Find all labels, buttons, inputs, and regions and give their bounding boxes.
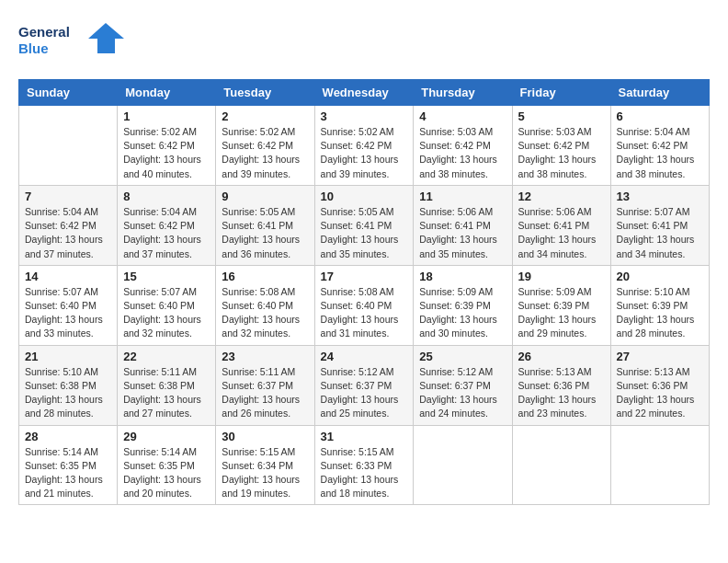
day-info: Sunrise: 5:02 AMSunset: 6:42 PMDaylight:… [123,125,210,181]
day-number: 13 [617,190,703,203]
day-info: Sunrise: 5:06 AMSunset: 6:41 PMDaylight:… [419,205,506,261]
calendar-cell: 31Sunrise: 5:15 AMSunset: 6:33 PMDayligh… [314,425,414,505]
calendar-cell [19,106,118,186]
day-of-week-header: Tuesday [216,80,314,106]
calendar-cell: 22Sunrise: 5:11 AMSunset: 6:38 PMDayligh… [118,345,216,425]
calendar-header-row: SundayMondayTuesdayWednesdayThursdayFrid… [19,80,710,106]
day-number: 31 [321,430,408,443]
day-number: 22 [123,350,210,363]
calendar-cell: 24Sunrise: 5:12 AMSunset: 6:37 PMDayligh… [314,345,414,425]
calendar-cell: 14Sunrise: 5:07 AMSunset: 6:40 PMDayligh… [19,265,118,345]
day-of-week-header: Saturday [610,80,709,106]
calendar-cell: 4Sunrise: 5:03 AMSunset: 6:42 PMDaylight… [414,106,512,186]
day-number: 19 [518,270,605,283]
calendar-cell: 28Sunrise: 5:14 AMSunset: 6:35 PMDayligh… [19,425,118,505]
day-number: 21 [25,350,111,363]
day-number: 29 [123,430,210,443]
day-number: 30 [222,430,308,443]
day-info: Sunrise: 5:03 AMSunset: 6:42 PMDaylight:… [419,125,506,181]
day-info: Sunrise: 5:04 AMSunset: 6:42 PMDaylight:… [123,205,210,261]
calendar-cell: 8Sunrise: 5:04 AMSunset: 6:42 PMDaylight… [118,185,216,265]
page-header: General Blue [18,18,710,64]
calendar-cell: 29Sunrise: 5:14 AMSunset: 6:35 PMDayligh… [118,425,216,505]
day-number: 2 [222,109,308,123]
calendar-cell [610,425,709,505]
calendar-cell: 18Sunrise: 5:09 AMSunset: 6:39 PMDayligh… [414,265,512,345]
day-number: 15 [123,270,210,283]
day-info: Sunrise: 5:10 AMSunset: 6:39 PMDaylight:… [617,285,703,341]
day-number: 9 [222,190,308,203]
day-number: 5 [518,109,605,123]
day-number: 25 [419,350,506,363]
calendar-cell: 15Sunrise: 5:07 AMSunset: 6:40 PMDayligh… [118,265,216,345]
day-info: Sunrise: 5:08 AMSunset: 6:40 PMDaylight:… [222,285,308,341]
day-info: Sunrise: 5:12 AMSunset: 6:37 PMDaylight:… [321,365,408,421]
calendar-cell: 10Sunrise: 5:05 AMSunset: 6:41 PMDayligh… [314,185,414,265]
calendar-cell: 12Sunrise: 5:06 AMSunset: 6:41 PMDayligh… [512,185,610,265]
day-info: Sunrise: 5:05 AMSunset: 6:41 PMDaylight:… [222,205,308,261]
day-of-week-header: Wednesday [314,80,414,106]
calendar-cell: 6Sunrise: 5:04 AMSunset: 6:42 PMDaylight… [610,106,709,186]
day-number: 6 [617,109,703,123]
calendar-cell: 27Sunrise: 5:13 AMSunset: 6:36 PMDayligh… [610,345,709,425]
day-info: Sunrise: 5:11 AMSunset: 6:38 PMDaylight:… [123,365,210,421]
day-info: Sunrise: 5:09 AMSunset: 6:39 PMDaylight:… [419,285,506,341]
day-info: Sunrise: 5:12 AMSunset: 6:37 PMDaylight:… [419,365,506,421]
day-number: 26 [518,350,605,363]
calendar-cell: 17Sunrise: 5:08 AMSunset: 6:40 PMDayligh… [314,265,414,345]
day-number: 14 [25,270,111,283]
day-number: 24 [321,350,408,363]
calendar-cell: 11Sunrise: 5:06 AMSunset: 6:41 PMDayligh… [414,185,512,265]
logo: General Blue [18,18,129,64]
day-of-week-header: Monday [118,80,216,106]
calendar-week-row: 21Sunrise: 5:10 AMSunset: 6:38 PMDayligh… [19,345,710,425]
day-number: 4 [419,109,506,123]
calendar-cell: 9Sunrise: 5:05 AMSunset: 6:41 PMDaylight… [216,185,314,265]
day-number: 11 [419,190,506,203]
day-info: Sunrise: 5:05 AMSunset: 6:41 PMDaylight:… [321,205,408,261]
calendar-cell: 21Sunrise: 5:10 AMSunset: 6:38 PMDayligh… [19,345,118,425]
day-info: Sunrise: 5:04 AMSunset: 6:42 PMDaylight:… [25,205,111,261]
day-number: 16 [222,270,308,283]
day-info: Sunrise: 5:07 AMSunset: 6:41 PMDaylight:… [617,205,703,261]
day-number: 7 [25,190,111,203]
day-info: Sunrise: 5:07 AMSunset: 6:40 PMDaylight:… [25,285,111,341]
day-info: Sunrise: 5:10 AMSunset: 6:38 PMDaylight:… [25,365,111,421]
calendar-cell: 2Sunrise: 5:02 AMSunset: 6:42 PMDaylight… [216,106,314,186]
calendar-cell: 13Sunrise: 5:07 AMSunset: 6:41 PMDayligh… [610,185,709,265]
day-info: Sunrise: 5:15 AMSunset: 6:33 PMDaylight:… [321,445,408,501]
calendar-cell: 30Sunrise: 5:15 AMSunset: 6:34 PMDayligh… [216,425,314,505]
day-info: Sunrise: 5:13 AMSunset: 6:36 PMDaylight:… [617,365,703,421]
svg-marker-2 [88,23,124,53]
day-number: 20 [617,270,703,283]
calendar-cell: 26Sunrise: 5:13 AMSunset: 6:36 PMDayligh… [512,345,610,425]
day-number: 28 [25,430,111,443]
calendar-table: SundayMondayTuesdayWednesdayThursdayFrid… [18,79,710,505]
day-number: 10 [321,190,408,203]
day-number: 8 [123,190,210,203]
day-info: Sunrise: 5:08 AMSunset: 6:40 PMDaylight:… [321,285,408,341]
day-number: 23 [222,350,308,363]
day-info: Sunrise: 5:09 AMSunset: 6:39 PMDaylight:… [518,285,605,341]
calendar-cell: 19Sunrise: 5:09 AMSunset: 6:39 PMDayligh… [512,265,610,345]
day-info: Sunrise: 5:02 AMSunset: 6:42 PMDaylight:… [321,125,408,181]
svg-text:Blue: Blue [18,40,49,56]
day-info: Sunrise: 5:14 AMSunset: 6:35 PMDaylight:… [123,445,210,501]
day-number: 12 [518,190,605,203]
logo-svg: General Blue [18,18,129,64]
day-number: 17 [321,270,408,283]
svg-text:General: General [18,24,70,40]
calendar-week-row: 28Sunrise: 5:14 AMSunset: 6:35 PMDayligh… [19,425,710,505]
day-of-week-header: Sunday [19,80,118,106]
day-info: Sunrise: 5:14 AMSunset: 6:35 PMDaylight:… [25,445,111,501]
day-info: Sunrise: 5:04 AMSunset: 6:42 PMDaylight:… [617,125,703,181]
calendar-cell [414,425,512,505]
calendar-cell: 16Sunrise: 5:08 AMSunset: 6:40 PMDayligh… [216,265,314,345]
day-number: 27 [617,350,703,363]
day-info: Sunrise: 5:03 AMSunset: 6:42 PMDaylight:… [518,125,605,181]
calendar-cell: 7Sunrise: 5:04 AMSunset: 6:42 PMDaylight… [19,185,118,265]
day-number: 3 [321,109,408,123]
calendar-cell [512,425,610,505]
day-of-week-header: Friday [512,80,610,106]
day-info: Sunrise: 5:06 AMSunset: 6:41 PMDaylight:… [518,205,605,261]
